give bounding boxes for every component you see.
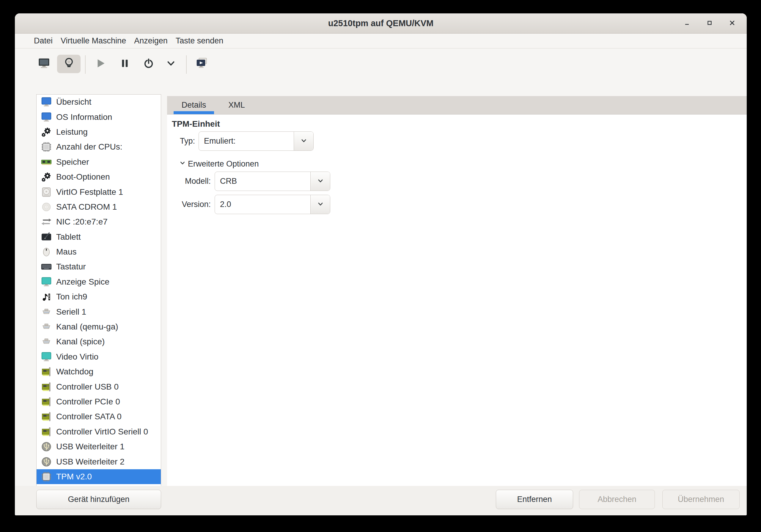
sidebar-item-usb-weiterleiter-2[interactable]: USB Weiterleiter 2 <box>36 454 161 469</box>
chip-icon <box>40 141 52 153</box>
monitor-teal-icon <box>40 351 52 363</box>
menu-anzeigen[interactable]: Anzeigen <box>134 36 168 45</box>
advanced-options-expander[interactable]: Erweiterte Optionen <box>178 159 259 169</box>
sidebar-item-os-information[interactable]: OS Information <box>36 109 161 124</box>
übernehmen-button[interactable]: Übernehmen <box>662 490 739 509</box>
show-hardware-details-button[interactable] <box>57 55 81 73</box>
sidebar-item-kanal-spice-[interactable]: Kanal (spice) <box>36 334 161 349</box>
section-heading: TPM-Einheit <box>172 119 220 129</box>
show-graphical-console-button[interactable] <box>36 55 52 73</box>
serial-icon <box>40 321 52 333</box>
window-title: u2510tpm auf QEMU/KVM <box>328 19 434 28</box>
shutdown-button[interactable] <box>141 55 156 73</box>
sidebar-item-maus[interactable]: Maus <box>36 244 161 259</box>
typ-combo-button[interactable] <box>294 132 313 150</box>
maximize-button[interactable] <box>703 17 716 30</box>
hardware-list: ÜbersichtOS InformationLeistungAnzahl de… <box>36 94 161 499</box>
sidebar-item-anzeige-spice[interactable]: Anzeige Spice <box>36 274 161 289</box>
sidebar-item-leistung[interactable]: Leistung <box>36 125 161 140</box>
sidebar-item-label: VirtIO Festplatte 1 <box>56 187 123 197</box>
sidebar-item-boot-optionen[interactable]: Boot-Optionen <box>36 169 161 184</box>
modell-combobox[interactable]: CRB <box>215 172 330 191</box>
sidebar-item-übersicht[interactable]: Übersicht <box>36 94 161 109</box>
menu-datei[interactable]: Datei <box>34 36 53 45</box>
tab-details[interactable]: Details <box>172 96 215 114</box>
window-controls <box>680 13 739 33</box>
typ-combobox[interactable]: Emuliert: <box>199 132 314 151</box>
abbrechen-button[interactable]: Abbrechen <box>579 490 655 509</box>
close-icon <box>728 19 736 28</box>
toolbar <box>15 49 747 94</box>
chevron-down-icon <box>299 136 308 146</box>
lightbulb-icon <box>62 56 76 71</box>
pause-button[interactable] <box>117 55 133 73</box>
tab-xml[interactable]: XML <box>215 96 258 114</box>
sidebar-item-controller-virtio-seriell-0[interactable]: Controller VirtIO Seriell 0 <box>36 424 161 439</box>
sidebar-item-usb-weiterleiter-1[interactable]: USB Weiterleiter 1 <box>36 439 161 454</box>
sidebar-item-tablett[interactable]: Tablett <box>36 230 161 244</box>
sidebar-item-label: SATA CDROM 1 <box>56 202 117 212</box>
sidebar-item-ton-ich9[interactable]: Ton ich9 <box>36 289 161 304</box>
run-button[interactable] <box>93 55 108 73</box>
sidebar-item-label: Controller PCIe 0 <box>56 397 120 406</box>
gears-icon <box>40 126 52 138</box>
add-device-button[interactable]: Gerät hinzufügen <box>36 490 161 509</box>
version-combobox[interactable]: 2.0 <box>215 195 330 214</box>
toolbar-separator <box>85 55 86 74</box>
pci-icon <box>40 381 52 393</box>
sidebar-item-seriell-1[interactable]: Seriell 1 <box>36 304 161 319</box>
sidebar-item-nic-20-e7-e7[interactable]: NIC :20:e7:e7 <box>36 214 161 229</box>
sidebar-item-label: Anzahl der CPUs: <box>56 142 123 152</box>
sidebar-item-label: Seriell 1 <box>56 307 86 317</box>
ram-icon <box>40 156 52 168</box>
pci-icon <box>40 411 52 423</box>
sidebar-item-label: USB Weiterleiter 1 <box>56 442 125 451</box>
sidebar-item-tpm-v2.0[interactable]: TPM v2.0 <box>36 469 161 484</box>
close-button[interactable] <box>725 17 739 30</box>
menubar: DateiVirtuelle MaschineAnzeigenTaste sen… <box>15 33 747 48</box>
pci-icon <box>40 366 52 378</box>
play-icon <box>94 56 107 71</box>
sidebar-item-kanal-qemu-ga-[interactable]: Kanal (qemu-ga) <box>36 320 161 334</box>
sidebar-item-controller-pcie-0[interactable]: Controller PCIe 0 <box>36 394 161 409</box>
titlebar[interactable]: u2510tpm auf QEMU/KVM <box>15 13 747 33</box>
chevron-down-icon <box>178 159 188 169</box>
sidebar-item-controller-sata-0[interactable]: Controller SATA 0 <box>36 409 161 424</box>
sidebar-item-label: Watchdog <box>56 367 93 377</box>
pause-icon <box>118 56 132 71</box>
usb-icon <box>40 441 52 452</box>
sidebar-item-virtio-festplatte-1[interactable]: VirtIO Festplatte 1 <box>36 184 161 199</box>
sidebar-item-label: USB Weiterleiter 2 <box>56 457 125 467</box>
version-label: Version: <box>166 200 211 209</box>
console-monitor-icon <box>37 56 51 71</box>
sidebar-item-label: Tastatur <box>56 262 86 271</box>
details-panel: DetailsXML <box>167 96 747 499</box>
sidebar-item-anzahl-der-cpus-[interactable]: Anzahl der CPUs: <box>36 140 161 154</box>
sidebar-item-watchdog[interactable]: Watchdog <box>36 364 161 379</box>
sidebar-item-speicher[interactable]: Speicher <box>36 155 161 169</box>
sidebar-item-video-virtio[interactable]: Video Virtio <box>36 349 161 364</box>
gears-icon <box>40 171 52 183</box>
sidebar-item-label: Speicher <box>56 157 89 167</box>
shutdown-menu-button[interactable] <box>165 55 177 73</box>
sidebar-item-sata-cdrom-1[interactable]: SATA CDROM 1 <box>36 200 161 214</box>
pci-icon <box>40 396 52 408</box>
modell-combo-button[interactable] <box>310 172 330 191</box>
tablet-icon <box>40 231 52 243</box>
pci-icon <box>40 426 52 438</box>
sidebar-item-controller-usb-0[interactable]: Controller USB 0 <box>36 379 161 394</box>
console-switch-button[interactable] <box>194 55 210 73</box>
menu-taste-senden[interactable]: Taste senden <box>176 36 223 45</box>
version-combo-button[interactable] <box>310 195 330 214</box>
console-switch-icon <box>195 56 209 71</box>
menu-virtuelle-maschine[interactable]: Virtuelle Maschine <box>61 36 126 45</box>
toolbar-separator <box>186 55 187 74</box>
minimize-button[interactable] <box>680 17 694 30</box>
mouse-icon <box>40 246 52 258</box>
version-value: 2.0 <box>215 195 310 214</box>
entfernen-button[interactable]: Entfernen <box>496 490 573 509</box>
footer-bar: Gerät hinzufügen EntfernenAbbrechenÜbern… <box>15 486 747 515</box>
sidebar-item-label: TPM v2.0 <box>56 472 92 481</box>
modell-value: CRB <box>215 172 310 191</box>
sidebar-item-tastatur[interactable]: Tastatur <box>36 259 161 274</box>
